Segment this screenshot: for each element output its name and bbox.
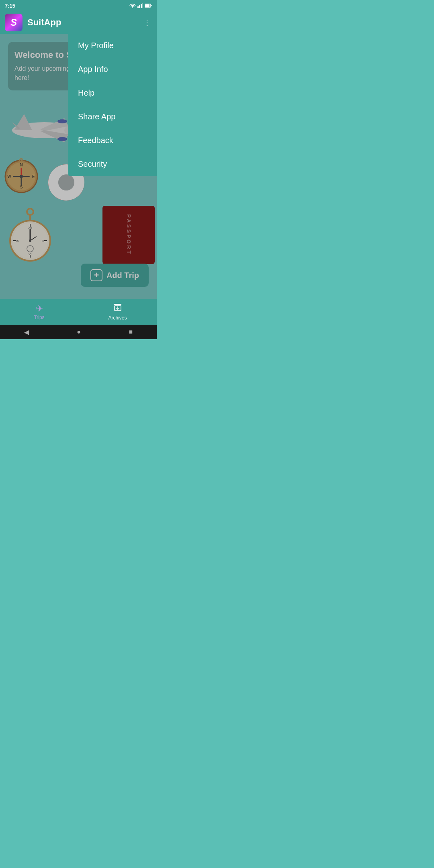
nav-item-trips[interactable]: ✈ Trips — [0, 300, 78, 323]
app-logo: S — [5, 14, 23, 31]
status-time: 7:15 — [5, 3, 15, 9]
menu-item-app-info[interactable]: App Info — [68, 57, 157, 81]
menu-item-feedback[interactable]: Feedback — [68, 129, 157, 152]
svg-rect-4 — [142, 3, 143, 8]
svg-rect-6 — [151, 5, 152, 6]
svg-rect-1 — [137, 6, 139, 8]
archives-icon — [113, 303, 122, 314]
trips-icon: ✈ — [36, 303, 43, 314]
wifi-icon — [129, 3, 136, 8]
menu-item-my-profile[interactable]: My Profile — [68, 34, 157, 57]
menu-item-help[interactable]: Help — [68, 81, 157, 105]
nav-item-archives[interactable]: Archives — [78, 300, 157, 324]
dropdown-menu: My Profile App Info Help Share App Feedb… — [68, 34, 157, 176]
trips-label: Trips — [34, 315, 44, 320]
menu-item-security[interactable]: Security — [68, 152, 157, 176]
svg-rect-59 — [114, 304, 121, 305]
archives-label: Archives — [108, 315, 127, 321]
svg-point-0 — [132, 7, 133, 8]
app-title: SuitApp — [27, 17, 61, 28]
back-button[interactable]: ◀ — [24, 328, 29, 336]
bottom-nav: ✈ Trips Archives — [0, 299, 157, 325]
main-content: N S W E — [0, 34, 157, 299]
signal-icon — [137, 3, 143, 8]
system-nav-bar: ◀ ● ■ — [0, 325, 157, 339]
status-bar: 7:15 — [0, 0, 157, 11]
status-icons — [129, 3, 152, 8]
svg-rect-2 — [139, 5, 140, 8]
app-bar: S SuitApp ⋮ — [0, 11, 157, 34]
overflow-menu-button[interactable]: ⋮ — [143, 18, 151, 27]
svg-rect-7 — [145, 4, 149, 7]
recents-button[interactable]: ■ — [129, 328, 133, 336]
home-button[interactable]: ● — [77, 328, 81, 336]
menu-item-share-app[interactable]: Share App — [68, 105, 157, 129]
svg-rect-3 — [141, 4, 142, 8]
battery-icon — [145, 4, 152, 8]
